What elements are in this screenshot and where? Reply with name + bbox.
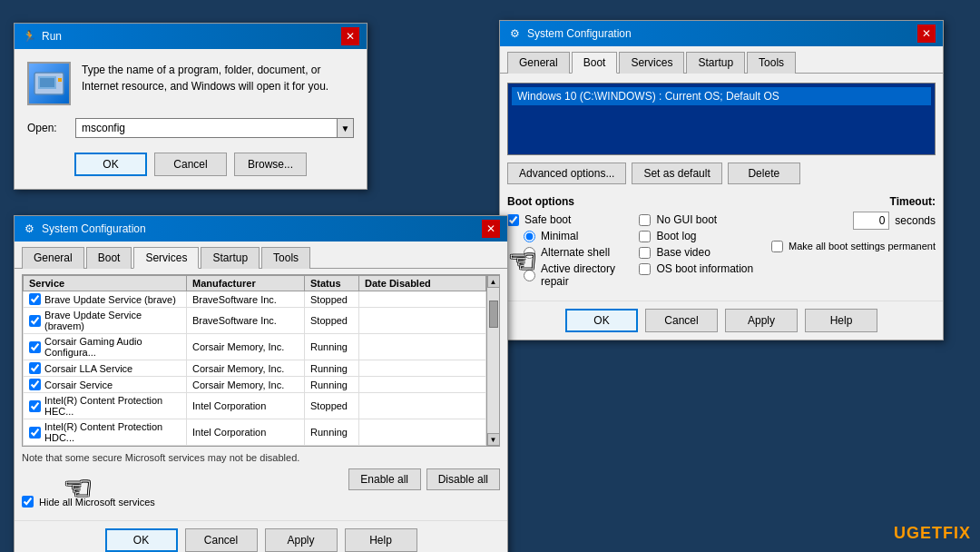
watermark-get: GET xyxy=(906,524,943,542)
syscfg-services-titlebar: ⚙ System Configuration ✕ xyxy=(15,216,507,242)
no-gui-boot-checkbox[interactable] xyxy=(639,214,651,226)
syscfg-boot-close-button[interactable]: ✕ xyxy=(917,25,936,43)
boot-options-title: Boot options xyxy=(507,195,630,208)
os-boot-info-checkbox[interactable] xyxy=(639,263,651,275)
col-service: Service xyxy=(24,276,187,291)
boot-apply-button[interactable]: Apply xyxy=(725,309,798,332)
scroll-down-btn[interactable]: ▼ xyxy=(487,433,500,446)
no-gui-boot-row: No GUI boot xyxy=(639,213,761,226)
base-video-row: Base video xyxy=(639,246,761,259)
syscfg-services-dialog: ⚙ System Configuration ✕ General Boot Se… xyxy=(14,215,508,552)
minimal-row: Minimal xyxy=(507,230,630,242)
hide-ms-checkbox[interactable] xyxy=(22,496,34,508)
base-video-checkbox[interactable] xyxy=(639,247,651,259)
tab-startup-s[interactable]: Startup xyxy=(201,247,260,269)
service-manufacturer: Corsair Memory, Inc. xyxy=(187,377,305,393)
syscfg-services-close-button[interactable]: ✕ xyxy=(482,220,500,238)
tab-boot[interactable]: Boot xyxy=(572,52,618,74)
run-cancel-button[interactable]: Cancel xyxy=(154,153,227,176)
timeout-input[interactable] xyxy=(853,212,889,230)
service-checkbox[interactable] xyxy=(29,341,41,353)
ad-repair-label: Active directory repair xyxy=(541,262,630,288)
services-tab-content: Service Manufacturer Status Date Disable… xyxy=(15,269,507,520)
services-cancel-button[interactable]: Cancel xyxy=(185,528,258,552)
timeout-label: Timeout: xyxy=(890,195,936,208)
boot-action-row: Advanced options... Set as default Delet… xyxy=(507,163,936,184)
ad-repair-radio[interactable] xyxy=(524,270,535,281)
safe-boot-label: Safe boot xyxy=(524,213,571,226)
boot-options-left: Boot options Safe boot Minimal Alternate… xyxy=(507,195,630,291)
tab-tools[interactable]: Tools xyxy=(747,52,796,74)
alternate-shell-radio[interactable] xyxy=(524,247,535,259)
boot-list-item[interactable]: Windows 10 (C:\WINDOWS) : Current OS; De… xyxy=(512,87,931,105)
enable-disable-row: Enable all Disable all xyxy=(22,468,500,490)
table-row: Brave Update Service (brave) BraveSoftwa… xyxy=(24,291,486,308)
safe-boot-row: Safe boot xyxy=(507,213,630,226)
boot-log-label: Boot log xyxy=(656,230,696,242)
services-ok-button[interactable]: OK xyxy=(105,528,178,552)
tab-general-s[interactable]: General xyxy=(22,247,84,269)
run-ok-button[interactable]: OK xyxy=(74,153,147,176)
tab-boot-s[interactable]: Boot xyxy=(86,247,132,269)
make-permanent-label: Make all boot settings permanent xyxy=(789,241,936,251)
enable-all-button[interactable]: Enable all xyxy=(348,468,421,490)
minimal-radio[interactable] xyxy=(524,231,535,242)
service-checkbox[interactable] xyxy=(29,379,41,390)
delete-button[interactable]: Delete xyxy=(728,163,800,184)
service-name-cell: Dolby DAX API Service xyxy=(24,446,187,448)
service-status: Running xyxy=(305,419,359,446)
service-date xyxy=(359,291,486,308)
tab-general[interactable]: General xyxy=(507,52,570,74)
seconds-label: seconds xyxy=(895,214,936,227)
service-checkbox[interactable] xyxy=(29,400,41,412)
service-date xyxy=(359,446,486,448)
timeout-row: seconds xyxy=(853,212,936,230)
safe-boot-checkbox[interactable] xyxy=(507,214,519,226)
syscfg-services-title-icon: ⚙ xyxy=(22,222,36,236)
table-row: Dolby DAX API Service Unknown Running xyxy=(24,446,486,448)
scrollbar[interactable]: ▲ ▼ xyxy=(486,275,499,446)
service-name-cell: Corsair Gaming Audio Configura... xyxy=(24,334,187,360)
service-checkbox[interactable] xyxy=(29,427,41,439)
service-checkbox[interactable] xyxy=(29,362,41,374)
services-scroll-area[interactable]: Service Manufacturer Status Date Disable… xyxy=(22,274,500,447)
service-name-cell: Brave Update Service (bravem) xyxy=(24,308,187,334)
syscfg-boot-buttons: OK Cancel Apply Help xyxy=(500,301,943,340)
watermark-fix: FIX xyxy=(943,524,971,542)
boot-log-checkbox[interactable] xyxy=(639,231,651,242)
boot-tab-content: Windows 10 (C:\WINDOWS) : Current OS; De… xyxy=(500,74,943,301)
run-input-field[interactable] xyxy=(76,119,337,137)
advanced-options-button[interactable]: Advanced options... xyxy=(507,163,626,184)
watermark-u: U xyxy=(894,524,906,542)
disable-all-button[interactable]: Disable all xyxy=(426,468,500,490)
service-name: Brave Update Service (brave) xyxy=(44,294,176,305)
service-checkbox[interactable] xyxy=(29,293,41,305)
service-status: Running xyxy=(305,360,359,377)
ad-repair-row: Active directory repair xyxy=(507,262,630,288)
scroll-thumb[interactable] xyxy=(489,301,498,328)
tab-startup[interactable]: Startup xyxy=(686,52,745,74)
set-as-default-button[interactable]: Set as default xyxy=(632,163,721,184)
tab-services-s[interactable]: Services xyxy=(133,247,199,269)
scroll-up-btn[interactable]: ▲ xyxy=(487,275,500,288)
services-apply-button[interactable]: Apply xyxy=(265,528,338,552)
run-dropdown-btn[interactable]: ▼ xyxy=(337,119,353,137)
service-checkbox[interactable] xyxy=(29,315,41,327)
tab-tools-s[interactable]: Tools xyxy=(261,247,310,269)
service-date xyxy=(359,419,486,446)
services-help-button[interactable]: Help xyxy=(345,528,417,552)
service-name-cell: Brave Update Service (brave) xyxy=(24,291,187,308)
tab-services[interactable]: Services xyxy=(619,52,684,74)
service-name-cell: Corsair Service xyxy=(24,377,187,393)
run-description: Type the name of a program, folder, docu… xyxy=(82,62,354,94)
hide-ms-label: Hide all Microsoft services xyxy=(39,497,155,508)
run-browse-button[interactable]: Browse... xyxy=(234,153,307,176)
boot-cancel-button[interactable]: Cancel xyxy=(645,309,718,332)
service-name-cell: Intel(R) Content Protection HEC... xyxy=(24,393,187,419)
boot-ok-button[interactable]: OK xyxy=(565,309,638,332)
run-close-button[interactable]: ✕ xyxy=(341,27,359,45)
service-name: Corsair Gaming Audio Configura... xyxy=(44,336,181,358)
make-permanent-checkbox[interactable] xyxy=(771,241,783,252)
boot-help-button[interactable]: Help xyxy=(805,309,877,332)
syscfg-boot-title-icon: ⚙ xyxy=(507,26,522,41)
